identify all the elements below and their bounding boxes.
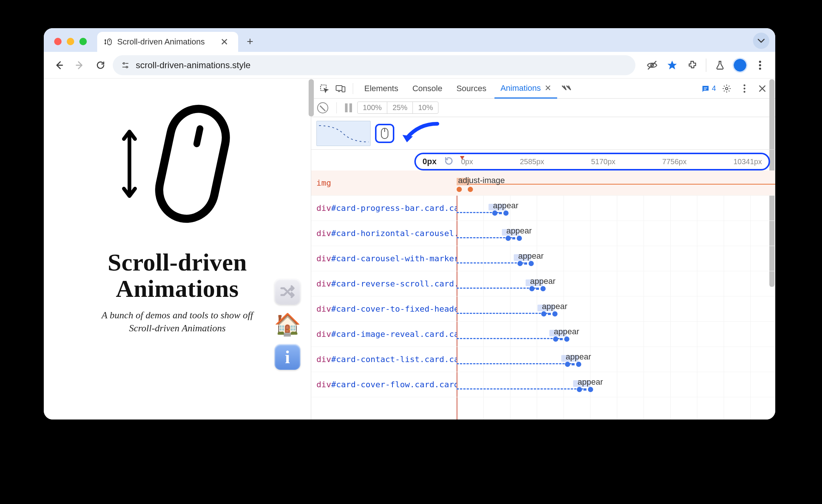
keyframe-icon[interactable]: [506, 236, 522, 241]
svg-point-11: [759, 64, 761, 66]
devtools-tabs: Elements Console Sources Animations ✕ 4: [311, 79, 775, 99]
pause-button[interactable]: [345, 103, 352, 112]
devtools-close-icon[interactable]: [755, 82, 769, 96]
reload-button[interactable]: [92, 57, 109, 74]
animation-row[interactable]: div#card-horizontal-carousel.appear: [311, 221, 775, 246]
animation-row[interactable]: div#card-cover-to-fixed-headeappear: [311, 296, 775, 322]
tab-animations[interactable]: Animations ✕: [494, 79, 557, 99]
selector-text: div#card-progress-bar.card.ca: [311, 203, 457, 213]
home-button[interactable]: 🏠: [274, 311, 300, 337]
animation-track[interactable]: appear: [457, 246, 775, 271]
animation-name: appear: [566, 352, 591, 362]
browser-toolbar: scroll-driven-animations.style: [44, 52, 775, 79]
profile-avatar[interactable]: [731, 57, 749, 74]
current-position: 0px: [422, 157, 437, 166]
keyframe-icon[interactable]: [553, 336, 569, 342]
animation-name: adjust-image: [458, 176, 505, 185]
speed-10[interactable]: 10%: [413, 102, 438, 113]
svg-rect-20: [704, 89, 706, 89]
animation-name: appear: [506, 226, 532, 236]
tab-sources[interactable]: Sources: [450, 79, 492, 98]
animation-track[interactable]: appear: [457, 347, 775, 372]
url-text: scroll-driven-animations.style: [136, 60, 250, 70]
timeline-ruler-row: 0px 0px 2585px 5170px 7756px 10341px: [311, 150, 775, 170]
keyframe-icon[interactable]: [517, 261, 534, 266]
new-tab-button[interactable]: +: [242, 33, 258, 50]
svg-point-2: [123, 63, 125, 64]
svg-point-24: [744, 91, 746, 93]
back-button[interactable]: [50, 57, 68, 74]
browser-window: Scroll-driven Animations ✕ + scroll-driv…: [44, 28, 775, 420]
panel-splitter[interactable]: [309, 79, 314, 116]
animation-group-thumbnail[interactable]: [316, 121, 371, 146]
close-window-button[interactable]: [54, 38, 62, 45]
close-tab-button[interactable]: ✕: [217, 35, 231, 49]
kebab-menu-icon[interactable]: [752, 57, 769, 74]
extensions-icon[interactable]: [684, 57, 701, 74]
content-area: Scroll-drivenAnimations A bunch of demos…: [44, 79, 775, 420]
visibility-off-icon[interactable]: [644, 57, 661, 74]
keyframe-icon[interactable]: [529, 286, 546, 291]
tab-elements[interactable]: Elements: [358, 79, 404, 98]
experiments-flask-icon[interactable]: [711, 57, 729, 74]
scroll-driven-indicator[interactable]: [375, 124, 394, 143]
page-subtitle: A bunch of demos and tools to show offSc…: [102, 309, 253, 335]
selector-text: img: [311, 178, 457, 188]
animation-name: appear: [578, 377, 603, 387]
animation-name: appear: [518, 251, 544, 261]
page-logo: [119, 101, 235, 228]
inspect-icon[interactable]: [317, 82, 331, 96]
devtools-kebab-icon[interactable]: [737, 82, 752, 96]
replay-icon[interactable]: [444, 156, 454, 168]
playhead-icon[interactable]: [459, 155, 465, 160]
device-toggle-icon[interactable]: [333, 82, 348, 96]
page-title: Scroll-drivenAnimations: [108, 249, 247, 302]
address-bar[interactable]: scroll-driven-animations.style: [113, 55, 635, 75]
close-tab-icon[interactable]: ✕: [545, 83, 551, 93]
animation-track[interactable]: appear: [457, 271, 775, 296]
animation-row[interactable]: div#card-contact-list.card.caappear: [311, 347, 775, 372]
shuffle-button[interactable]: [274, 279, 300, 305]
animation-track[interactable]: appear: [457, 221, 775, 246]
fullscreen-window-button[interactable]: [79, 38, 87, 45]
keyframe-icon[interactable]: [492, 210, 509, 216]
active-tab[interactable]: Scroll-driven Animations ✕: [97, 32, 238, 52]
svg-line-9: [648, 61, 657, 69]
tab-strip: Scroll-driven Animations ✕ +: [44, 28, 775, 52]
forward-button[interactable]: [71, 57, 88, 74]
bookmark-star-icon[interactable]: [664, 57, 681, 74]
timeline-ruler[interactable]: 0px 0px 2585px 5170px 7756px 10341px: [414, 153, 770, 170]
ruler-ticks: 0px 2585px 5170px 7756px 10341px: [461, 158, 762, 166]
animation-row[interactable]: imgadjust-image: [311, 170, 775, 196]
keyframe-icon[interactable]: [541, 311, 558, 316]
info-button[interactable]: i: [274, 344, 300, 370]
animation-track[interactable]: adjust-image: [457, 170, 775, 195]
speed-100[interactable]: 100%: [358, 102, 387, 113]
speed-25[interactable]: 25%: [387, 102, 413, 113]
window-controls: [54, 38, 87, 45]
more-tabs-icon[interactable]: [559, 82, 573, 96]
tab-console[interactable]: Console: [407, 79, 448, 98]
keyframe-icon[interactable]: [577, 387, 593, 392]
animation-row[interactable]: div#card-image-reveal.card.caappear: [311, 322, 775, 347]
keyframe-icon[interactable]: [565, 362, 581, 367]
tab-overflow-button[interactable]: [753, 33, 769, 49]
animation-row[interactable]: div#card-carousel-with-markerappear: [311, 246, 775, 271]
clear-icon[interactable]: [317, 102, 328, 113]
gear-icon[interactable]: [720, 82, 734, 96]
animation-track[interactable]: appear: [457, 196, 775, 220]
mouse-icon: [150, 101, 235, 228]
animation-name: appear: [493, 201, 519, 210]
animation-row[interactable]: div#card-progress-bar.card.caappear: [311, 196, 775, 221]
animation-row[interactable]: div#card-reverse-scroll.card.appear: [311, 271, 775, 296]
animation-track[interactable]: appear: [457, 372, 775, 397]
animation-name: appear: [530, 276, 556, 286]
mouse-scroll-icon: [104, 37, 113, 46]
minimize-window-button[interactable]: [67, 38, 74, 45]
svg-rect-18: [342, 87, 345, 92]
issues-badge[interactable]: 4: [701, 84, 716, 93]
animation-track[interactable]: appear: [457, 296, 775, 321]
animation-track[interactable]: appear: [457, 322, 775, 346]
site-settings-icon[interactable]: [121, 61, 130, 70]
animation-row[interactable]: div#card-cover-flow.card.cardappear: [311, 372, 775, 397]
